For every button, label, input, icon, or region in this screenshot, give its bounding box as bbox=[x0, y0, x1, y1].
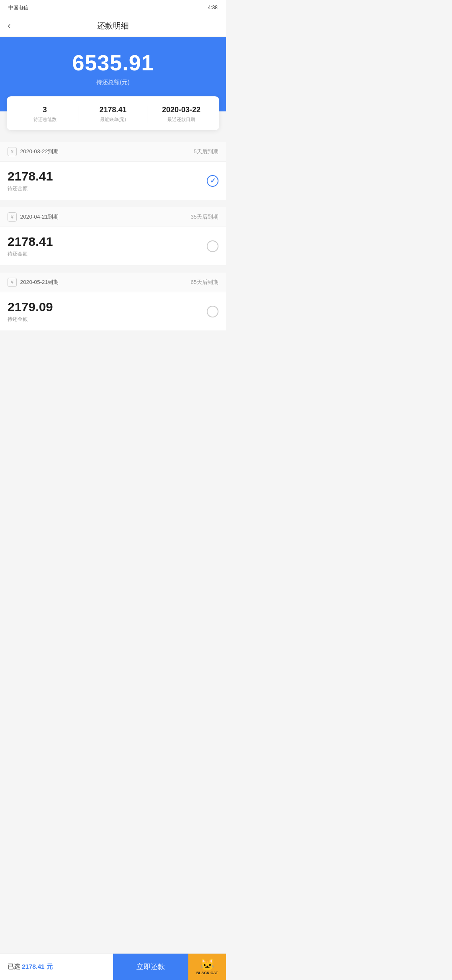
payment-due-left-3: ¥ 2020-05-21到期 bbox=[8, 278, 59, 287]
payment-body-2: 2178.41 待还金额 bbox=[0, 227, 226, 265]
header: ‹ 还款明细 bbox=[0, 15, 226, 37]
payment-due-left-2: ¥ 2020-04-21到期 bbox=[8, 212, 59, 222]
payment-body-3: 2179.09 待还金额 bbox=[0, 292, 226, 330]
payment-item-2[interactable]: ¥ 2020-04-21到期 35天后到期 2178.41 待还金额 bbox=[0, 207, 226, 265]
summary-card: 3 待还总笔数 2178.41 最近账单(元) 2020-03-22 最近还款日… bbox=[7, 96, 219, 130]
due-date-1: 2020-03-22到期 bbox=[20, 148, 59, 155]
time-text: 4:38 bbox=[208, 5, 218, 10]
payment-amount-1: 2178.41 bbox=[8, 169, 53, 183]
total-amount-label: 待还总额(元) bbox=[8, 79, 218, 86]
payment-sublabel-3: 待还金额 bbox=[8, 316, 53, 323]
count-label: 待还总笔数 bbox=[11, 116, 79, 123]
radio-1[interactable] bbox=[207, 175, 218, 187]
payment-header-1: ¥ 2020-03-22到期 5天后到期 bbox=[0, 142, 226, 162]
due-date-2: 2020-04-21到期 bbox=[20, 213, 59, 221]
summary-item-recent: 2178.41 最近账单(元) bbox=[79, 106, 147, 123]
yuan-icon-1: ¥ bbox=[8, 147, 17, 156]
divider-2 bbox=[0, 204, 226, 207]
due-in-3: 65天后到期 bbox=[191, 279, 218, 286]
recent-label: 最近账单(元) bbox=[79, 116, 147, 123]
yuan-icon-2: ¥ bbox=[8, 212, 17, 222]
carrier-text: 中国电信 bbox=[8, 4, 28, 11]
back-button[interactable]: ‹ bbox=[8, 21, 10, 31]
divider-3 bbox=[0, 269, 226, 273]
due-in-1: 5天后到期 bbox=[194, 148, 218, 155]
payment-item-1[interactable]: ¥ 2020-03-22到期 5天后到期 2178.41 待还金额 bbox=[0, 142, 226, 200]
payment-amount-3: 2179.09 bbox=[8, 300, 53, 314]
recent-value: 2178.41 bbox=[79, 106, 147, 114]
payment-body-1: 2178.41 待还金额 bbox=[0, 162, 226, 200]
page-title: 还款明细 bbox=[97, 21, 129, 31]
payment-amount-left-2: 2178.41 待还金额 bbox=[8, 235, 53, 258]
date-label: 最近还款日期 bbox=[147, 116, 215, 123]
payment-amount-left-3: 2179.09 待还金额 bbox=[8, 300, 53, 323]
payment-item-3[interactable]: ¥ 2020-05-21到期 65天后到期 2179.09 待还金额 bbox=[0, 273, 226, 330]
summary-item-date: 2020-03-22 最近还款日期 bbox=[147, 106, 215, 123]
payment-header-2: ¥ 2020-04-21到期 35天后到期 bbox=[0, 207, 226, 227]
status-bar: 中国电信 4:38 bbox=[0, 0, 226, 15]
count-value: 3 bbox=[11, 106, 79, 114]
payment-list: ¥ 2020-03-22到期 5天后到期 2178.41 待还金额 ¥ 2020… bbox=[0, 139, 226, 368]
payment-amount-2: 2178.41 bbox=[8, 235, 53, 249]
total-amount: 6535.91 bbox=[8, 50, 218, 75]
yuan-icon-3: ¥ bbox=[8, 278, 17, 287]
divider bbox=[0, 139, 226, 142]
due-date-3: 2020-05-21到期 bbox=[20, 279, 59, 286]
summary-item-count: 3 待还总笔数 bbox=[11, 106, 79, 123]
radio-2[interactable] bbox=[207, 240, 218, 252]
date-value: 2020-03-22 bbox=[147, 106, 215, 114]
payment-sublabel-2: 待还金额 bbox=[8, 250, 53, 258]
radio-3[interactable] bbox=[207, 306, 218, 317]
payment-header-3: ¥ 2020-05-21到期 65天后到期 bbox=[0, 273, 226, 292]
payment-sublabel-1: 待还金额 bbox=[8, 185, 53, 192]
payment-amount-left-1: 2178.41 待还金额 bbox=[8, 169, 53, 192]
due-in-2: 35天后到期 bbox=[191, 213, 218, 221]
payment-due-left-1: ¥ 2020-03-22到期 bbox=[8, 147, 59, 156]
